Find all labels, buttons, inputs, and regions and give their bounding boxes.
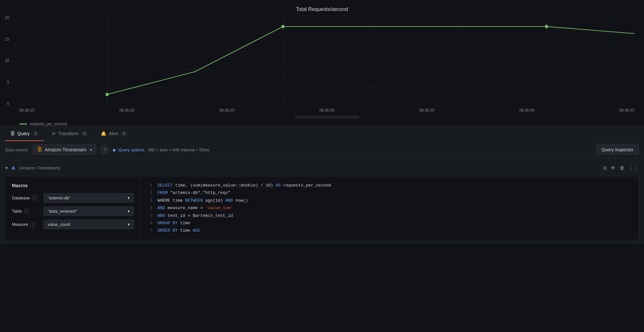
query-section: ▾ A (Amazon Timestream) ⧉ 👁 🗑 ⋮⋮ Macros …	[0, 158, 644, 244]
datasource-name: Amazon Timestream	[45, 147, 86, 152]
table-info-icon[interactable]: i	[24, 209, 29, 214]
line-num-2: 2	[146, 189, 152, 196]
x-axis-labels: 06:36:15 06:36:20 06:36:25 06:36:30 06:3…	[19, 108, 634, 113]
query-actions: ⧉ 👁 🗑 ⋮⋮	[603, 165, 639, 171]
tab-query[interactable]: 🗄 Query 1	[5, 126, 44, 141]
chart-legend: requests_per_second	[19, 122, 634, 126]
toggle-visibility-icon[interactable]: 👁	[610, 165, 616, 171]
measure-row: Measure i value_count ▾	[12, 220, 134, 229]
line-num-7: 7	[146, 227, 152, 234]
svg-point-12	[105, 93, 109, 96]
table-label: Table i	[12, 209, 41, 214]
sql-line-5: 5 AND test_id = $artemis_test_id	[146, 212, 633, 219]
svg-point-14	[545, 25, 548, 28]
sql-line-4: 4 AND measure_name = 'value_sum'	[146, 204, 633, 212]
line-num-5: 5	[146, 212, 152, 219]
datasource-dropdown-icon: ▾	[90, 147, 92, 152]
query-content: Macros Database i "artemis-db" ▾ Table i…	[5, 176, 639, 240]
macros-title: Macros	[12, 183, 134, 188]
measure-label: Measure i	[12, 222, 41, 227]
database-dropdown-icon: ▾	[128, 196, 130, 200]
datasource-info-button[interactable]: ?	[100, 145, 109, 154]
tab-query-label: Query	[17, 131, 30, 136]
tab-transform-label: Transform	[58, 131, 79, 136]
alert-icon: 🔔	[101, 131, 106, 136]
chart-container: Total Requests/second 20 15 10 5 0	[0, 0, 644, 126]
line-num-4: 4	[146, 204, 152, 212]
y-axis-labels: 20 15 10 5 0	[5, 15, 9, 106]
query-inspector-button[interactable]: Query inspector	[596, 145, 639, 155]
tabs-bar: 🗄 Query 1 ⟳ Transform 0 🔔 Alert 0	[0, 126, 644, 141]
drag-handle-icon[interactable]: ⋮⋮	[629, 165, 639, 171]
table-selector[interactable]: "data_received" ▾	[43, 206, 134, 216]
query-id-label: A	[12, 165, 15, 171]
tab-query-badge: 1	[32, 131, 39, 136]
query-header: ▾ A (Amazon Timestream) ⧉ 👁 🗑 ⋮⋮	[5, 162, 639, 174]
macros-panel: Macros Database i "artemis-db" ▾ Table i…	[5, 176, 141, 240]
database-value: "artemis-db"	[48, 196, 71, 200]
chart-svg	[19, 15, 634, 106]
chart-title: Total Requests/second	[3, 6, 641, 12]
tab-alert-badge: 0	[121, 131, 128, 136]
database-row: Database i "artemis-db" ▾	[12, 193, 134, 203]
line-num-6: 6	[146, 219, 152, 227]
query-options-arrow-icon: ▶	[113, 147, 116, 152]
database-label: Database i	[12, 196, 41, 201]
legend-label: requests_per_second	[30, 122, 67, 126]
query-source-label: (Amazon Timestream)	[19, 166, 60, 170]
tab-alert-label: Alert	[109, 131, 118, 136]
query-options-button[interactable]: ▶ Query options	[113, 147, 144, 152]
svg-point-13	[281, 25, 284, 28]
chart-scrollbar[interactable]	[295, 116, 359, 118]
tab-alert[interactable]: 🔔 Alert 0	[96, 126, 132, 141]
query-options-info: MD = auto = 848 Interval = 50ms	[148, 147, 209, 152]
sql-line-1: 1 SELECT time, (sum(measure_value::doubl…	[146, 182, 633, 189]
database-info-icon[interactable]: i	[32, 196, 37, 201]
table-row: Table i "data_received" ▾	[12, 206, 134, 216]
line-num-1: 1	[146, 182, 152, 189]
sql-line-7: 7 ORDER BY time ASC	[146, 227, 633, 234]
query-options-label: Query options	[118, 147, 144, 152]
measure-dropdown-icon: ▾	[128, 222, 130, 227]
sql-line-6: 6 GROUP BY time	[146, 219, 633, 227]
legend-color	[19, 124, 27, 125]
copy-query-icon[interactable]: ⧉	[603, 165, 607, 171]
sql-line-2: 2 FROM "artemis-db"."http_reqs"	[146, 189, 633, 196]
chart-area: 20 15 10 5 0	[19, 15, 634, 116]
query-collapse-icon[interactable]: ▾	[5, 165, 8, 171]
line-num-3: 3	[146, 197, 152, 204]
query-icon: 🗄	[10, 131, 15, 136]
table-dropdown-icon: ▾	[128, 209, 130, 214]
measure-value: value_count	[48, 222, 70, 227]
sql-line-3: 3 WHERE time BETWEEN ago(1d) AND now()	[146, 197, 633, 204]
tab-transform-badge: 0	[81, 131, 88, 136]
datasource-icon: 🗄	[37, 147, 42, 153]
sql-editor[interactable]: 1 SELECT time, (sum(measure_value::doubl…	[141, 176, 639, 240]
delete-query-icon[interactable]: 🗑	[620, 165, 625, 171]
tab-transform[interactable]: ⟳ Transform 0	[47, 126, 93, 141]
query-toolbar: Data source 🗄 Amazon Timestream ▾ ? ▶ Qu…	[0, 141, 644, 158]
measure-selector[interactable]: value_count ▾	[43, 220, 134, 229]
database-selector[interactable]: "artemis-db" ▾	[43, 193, 134, 203]
table-value: "data_received"	[48, 209, 77, 214]
transform-icon: ⟳	[52, 131, 56, 136]
measure-info-icon[interactable]: i	[30, 222, 35, 227]
datasource-selector[interactable]: 🗄 Amazon Timestream ▾	[33, 145, 96, 155]
datasource-label: Data source	[5, 147, 28, 152]
